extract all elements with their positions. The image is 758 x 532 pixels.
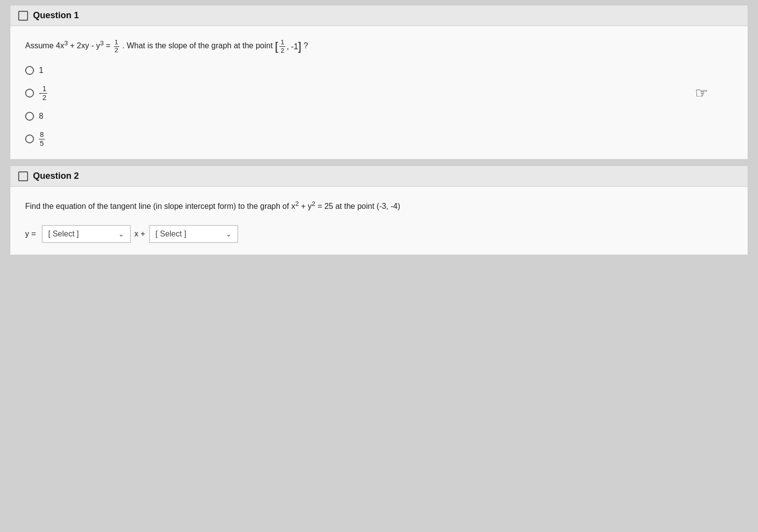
question-2-title: Question 2	[33, 171, 79, 181]
question-2-text: Find the equation of the tangent line (i…	[25, 199, 733, 213]
question-1-header: Question 1	[10, 5, 748, 26]
select-2-text: [ Select ]	[156, 230, 222, 238]
select-1-text: [ Select ]	[48, 230, 114, 238]
radio-4[interactable]	[25, 134, 34, 143]
question-1-title: Question 1	[33, 10, 79, 21]
question-1-body: ☞ Assume 4x3 + 2xy - y3 = 1 2 . What is …	[10, 26, 748, 159]
point-notation: [ 1 2 , -1 ]	[275, 38, 302, 54]
equation-row: y = [ Select ] ⌄ x + [ Select ] ⌄	[25, 225, 733, 243]
option-3[interactable]: 8	[25, 112, 733, 121]
y-label: y =	[25, 230, 36, 238]
radio-1[interactable]	[25, 66, 34, 75]
radio-3[interactable]	[25, 112, 34, 121]
option-4-fraction: 8 5	[39, 131, 45, 148]
question-2-block: Question 2 Find the equation of the tang…	[10, 166, 748, 255]
question-2-checkbox[interactable]	[18, 171, 28, 181]
question-2-body: Find the equation of the tangent line (i…	[10, 187, 748, 255]
option-4-label: 8 5	[39, 131, 45, 148]
option-4[interactable]: 8 5	[25, 131, 733, 148]
question-2-header: Question 2	[10, 166, 748, 187]
chevron-1-icon: ⌄	[118, 230, 124, 238]
option-1-label: 1	[39, 66, 43, 75]
page-container: Question 1 ☞ Assume 4x3 + 2xy - y3 = 1 2…	[0, 0, 758, 532]
question-1-block: Question 1 ☞ Assume 4x3 + 2xy - y3 = 1 2…	[10, 5, 748, 160]
option-1[interactable]: 1	[25, 66, 733, 75]
radio-2[interactable]	[25, 89, 34, 98]
radio-options: 1 - 1 2 8	[25, 66, 733, 147]
question-1-checkbox[interactable]	[18, 11, 28, 21]
equation-fraction: 1 2	[114, 39, 119, 54]
x-variable: x +	[135, 230, 145, 238]
select-dropdown-2[interactable]: [ Select ] ⌄	[149, 225, 238, 243]
option-2-fraction: 1 2	[41, 85, 47, 102]
option-2-label: - 1 2	[39, 85, 47, 102]
option-3-label: 8	[39, 112, 43, 121]
option-2[interactable]: - 1 2	[25, 85, 733, 102]
chevron-2-icon: ⌄	[226, 230, 232, 238]
select-dropdown-1[interactable]: [ Select ] ⌄	[42, 225, 131, 243]
question-1-text: Assume 4x3 + 2xy - y3 = 1 2 . What is th…	[25, 38, 733, 54]
